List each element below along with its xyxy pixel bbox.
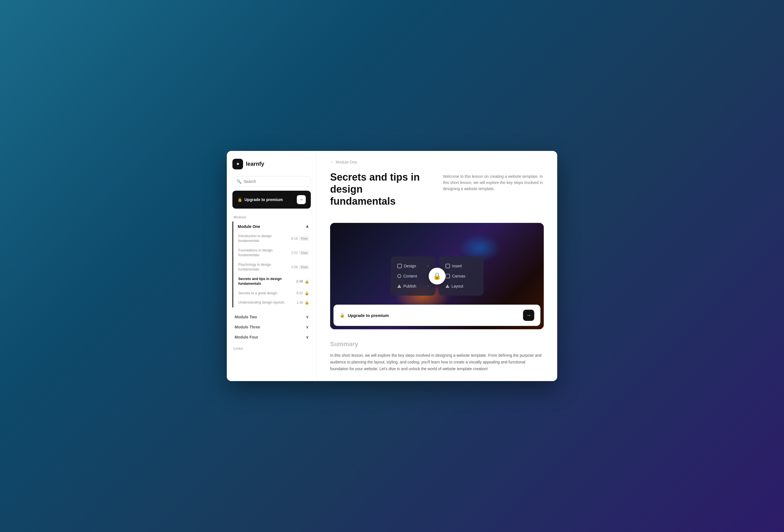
breadcrumb-text: Module One xyxy=(336,160,357,164)
menu-label-content: Content xyxy=(403,274,417,278)
search-icon: 🔍 xyxy=(236,179,241,184)
summary-text: In this short lesson, we will explore th… xyxy=(330,352,544,372)
lesson-meta: 6:32 🔒 xyxy=(297,291,309,296)
menu-item-design[interactable]: Design › xyxy=(395,261,431,271)
links-label: Links xyxy=(232,347,311,351)
module-two-chevron-icon: ∨ xyxy=(306,315,309,319)
lesson-duration: 1:48 xyxy=(297,301,303,305)
menu-item-insert[interactable]: Insert xyxy=(443,261,479,271)
module-one-label: Module One xyxy=(238,224,260,229)
sidebar-item-module-four[interactable]: Module Four ∨ xyxy=(232,332,311,342)
lesson-header-row: Secrets and tips in design fundamentals … xyxy=(330,171,544,214)
lesson-title: Foundations in design fundamentals xyxy=(238,248,289,258)
sidebar-upgrade-button[interactable]: 🔒 Upgrade to premium → xyxy=(232,191,311,208)
sidebar-item-module-two[interactable]: Module Two ∨ xyxy=(232,312,311,322)
lock-center-icon: 🔒 xyxy=(433,272,441,280)
sidebar: ✦ learnfy 🔍 🔒 Upgrade to premium → Modul… xyxy=(227,151,316,381)
free-badge: Free xyxy=(299,236,309,241)
lesson-title: Understanding design layouts xyxy=(238,300,294,305)
design-chevron-icon: › xyxy=(427,264,429,268)
breadcrumb[interactable]: ← Module One xyxy=(330,160,544,164)
free-badge: Free xyxy=(299,251,309,255)
lock-icon: 🔒 xyxy=(305,279,309,284)
lesson-title: Secrets and tips in design fundamentals xyxy=(238,277,294,286)
search-box[interactable]: 🔍 xyxy=(232,176,311,187)
menu-item-canvas[interactable]: Canvas xyxy=(443,271,479,281)
lesson-list: Introduction to design fundamentals 6:18… xyxy=(235,231,311,307)
menu-card-right: Insert Canvas Layout xyxy=(439,256,483,296)
sidebar-item-module-three[interactable]: Module Three ∨ xyxy=(232,322,311,332)
upgrade-overlay-lock-icon: 🔒 xyxy=(340,313,345,318)
menu-label-insert: Insert xyxy=(452,264,462,268)
app-container: ✦ learnfy 🔍 🔒 Upgrade to premium → Modul… xyxy=(227,151,557,381)
upgrade-arrow-icon: → xyxy=(297,195,306,204)
main-content: ← Module One Secrets and tips in design … xyxy=(316,151,557,381)
lesson-duration: 6:32 xyxy=(297,291,303,295)
upgrade-btn-label: Upgrade to premium xyxy=(245,197,283,202)
menu-label-design: Design xyxy=(404,264,416,268)
canvas-icon xyxy=(446,274,450,278)
upgrade-overlay: 🔒 Upgrade to premium → xyxy=(334,305,540,326)
insert-icon xyxy=(446,264,450,268)
menu-overlay: Design › Content xyxy=(391,256,483,296)
lesson-duration: 6:18 xyxy=(291,236,298,241)
content-icon xyxy=(397,274,401,278)
publish-icon xyxy=(397,284,401,288)
module-four-label: Module Four xyxy=(235,335,258,339)
menu-label-publish: Publish xyxy=(403,284,416,288)
lock-center-button[interactable]: 🔒 xyxy=(429,268,446,284)
lock-icon: 🔒 xyxy=(237,197,242,202)
upgrade-overlay-arrow-icon: → xyxy=(526,312,531,318)
lesson-title: Secrets to a great design xyxy=(238,291,294,296)
lesson-duration: 2:02 xyxy=(291,251,298,255)
upgrade-overlay-button[interactable]: → xyxy=(523,310,534,321)
other-modules: Module Two ∨ Module Three ∨ Module Four … xyxy=(232,312,311,342)
module-two-label: Module Two xyxy=(235,315,257,319)
module-four-chevron-icon: ∨ xyxy=(306,335,309,339)
summary-section: Summary In this short lesson, we will ex… xyxy=(330,340,544,372)
lesson-meta: 1:48 🔒 xyxy=(297,301,309,305)
menu-label-layout: Layout xyxy=(452,284,464,288)
design-icon xyxy=(397,264,402,268)
free-badge: Free xyxy=(299,265,309,269)
lesson-item[interactable]: Secrets to a great design 6:32 🔒 xyxy=(236,289,311,298)
upgrade-overlay-label: Upgrade to premium xyxy=(348,313,389,318)
lock-icon: 🔒 xyxy=(305,301,309,305)
lesson-meta: 2:48 🔒 xyxy=(296,279,309,284)
lesson-meta: 2:02 Free xyxy=(291,251,309,255)
summary-title: Summary xyxy=(330,340,544,348)
menu-item-layout[interactable]: Layout xyxy=(443,281,479,291)
video-background: Design › Content xyxy=(330,223,544,329)
lesson-item[interactable]: Introduction to design fundamentals 6:18… xyxy=(236,231,311,246)
breadcrumb-back-icon: ← xyxy=(330,160,334,164)
lesson-duration: 2:48 xyxy=(296,279,303,283)
video-container: Design › Content xyxy=(330,223,544,329)
lesson-item[interactable]: Psychology in design fundamentals 3:56 F… xyxy=(236,260,311,274)
links-section: Links xyxy=(232,347,311,353)
lesson-meta: 6:18 Free xyxy=(291,236,309,241)
module-one-collapse-icon: ∧ xyxy=(306,224,309,229)
logo-area: ✦ learnfy xyxy=(232,159,311,169)
menu-item-publish[interactable]: Publish › xyxy=(395,281,431,291)
module-one-container: Module One ∧ Introduction to design fund… xyxy=(232,222,311,307)
lesson-item[interactable]: Foundations in design fundamentals 2:02 … xyxy=(236,246,311,260)
lesson-description: Welcome to this lesson on creating a web… xyxy=(443,171,544,192)
search-input[interactable] xyxy=(244,179,307,184)
lock-icon: 🔒 xyxy=(305,291,309,296)
app-name: learnfy xyxy=(246,161,264,167)
lesson-meta: 3:56 Free xyxy=(291,265,309,269)
lesson-heading: Secrets and tips in design fundamentals xyxy=(330,171,429,207)
module-three-chevron-icon: ∨ xyxy=(306,325,309,329)
menu-item-content[interactable]: Content xyxy=(395,271,431,281)
layout-icon xyxy=(446,284,449,288)
lesson-title: Psychology in design fundamentals xyxy=(238,262,289,272)
menu-label-canvas: Canvas xyxy=(452,274,465,278)
lesson-duration: 3:56 xyxy=(291,265,298,269)
module-three-label: Module Three xyxy=(235,325,260,329)
logo-icon: ✦ xyxy=(232,159,243,169)
module-section-label: Module xyxy=(232,215,311,219)
lesson-item-active[interactable]: Secrets and tips in design fundamentals … xyxy=(236,274,311,289)
module-one-header[interactable]: Module One ∧ xyxy=(235,222,311,231)
publish-chevron-icon: › xyxy=(427,284,429,288)
lesson-item[interactable]: Understanding design layouts 1:48 🔒 xyxy=(236,298,311,307)
